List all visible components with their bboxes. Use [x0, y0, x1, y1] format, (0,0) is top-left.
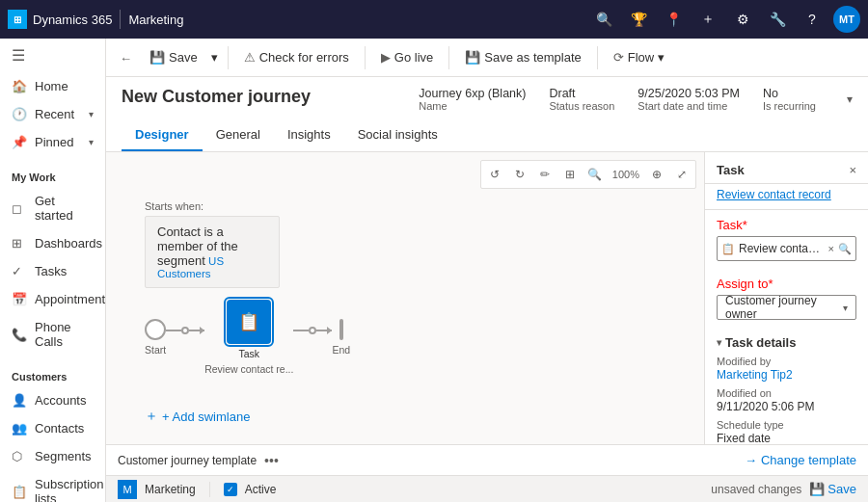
status-unsaved-label: unsaved changes — [711, 483, 801, 496]
filter-icon[interactable]: ⚙ — [729, 6, 756, 33]
task-flow-node: 📋 Task Review contact re... — [204, 300, 293, 375]
fit-button[interactable]: ⊞ — [558, 163, 582, 186]
help-icon[interactable]: ? — [799, 6, 826, 33]
sidebar-tasks-label: Tasks — [35, 264, 67, 278]
line-1 — [166, 330, 181, 331]
change-template-button[interactable]: → Change template — [745, 453, 856, 467]
meta-expand-icon[interactable]: ▾ — [847, 92, 853, 106]
go-live-button[interactable]: ▶ Go live — [373, 44, 441, 71]
segment-box: Contact is a member of the segment US Cu… — [145, 216, 280, 288]
plus-icon[interactable]: ＋ — [694, 6, 721, 33]
assign-label-text: Assign to* — [717, 277, 773, 291]
go-live-label: Go live — [394, 50, 433, 65]
tab-general[interactable]: General — [203, 119, 274, 151]
toolbar: ← 💾 Save ▾ ⚠ Check for errors ▶ Go live … — [106, 39, 868, 77]
sidebar-item-tasks[interactable]: ✓ Tasks — [0, 257, 105, 285]
meta-date: 9/25/2020 5:03 PM Start date and time — [637, 87, 740, 112]
journey-flow: Starts when: Contact is a member of the … — [145, 200, 350, 375]
edit-tool-button[interactable]: ✏ — [533, 163, 556, 186]
schedule-type-value: Fixed date — [717, 432, 856, 444]
close-icon: × — [849, 163, 856, 177]
sidebar-item-appointments[interactable]: 📅 Appointments — [0, 285, 105, 313]
starts-when-label: Starts when: — [145, 200, 350, 212]
modified-by-label: Modified by — [717, 356, 856, 367]
user-avatar[interactable]: MT — [833, 6, 860, 33]
bottom-bar: Customer journey template ••• → Change t… — [106, 444, 868, 475]
sidebar-item-dashboards[interactable]: ⊞ Dashboards — [0, 229, 105, 257]
segment-text: Contact is a member of the segment — [157, 225, 238, 268]
meta-recurring: No Is recurring — [763, 87, 816, 112]
search-icon[interactable]: 🔍 — [590, 6, 617, 33]
location-icon[interactable]: 📍 — [660, 6, 687, 33]
sidebar-item-get-started[interactable]: ◻ Get started — [0, 187, 105, 229]
settings-icon[interactable]: 🔧 — [764, 6, 791, 33]
panel-close-button[interactable]: × — [849, 162, 856, 177]
flow-nodes: Start 📋 — [145, 300, 350, 375]
task-details-header[interactable]: ▾ Task details — [717, 335, 856, 350]
fullscreen-button[interactable]: ⤢ — [670, 163, 693, 186]
tab-social-insights-label: Social insights — [358, 127, 438, 142]
zoom-level[interactable]: 100% — [609, 163, 643, 186]
go-live-icon: ▶ — [381, 50, 391, 65]
trophy-icon[interactable]: 🏆 — [625, 6, 652, 33]
tasks-icon: ✓ — [12, 264, 27, 278]
my-work-header: My Work — [0, 164, 105, 187]
status-save-button[interactable]: 💾 Save — [809, 482, 856, 496]
save-template-button[interactable]: 💾 Save as template — [457, 44, 588, 71]
check-errors-button[interactable]: ⚠ Check for errors — [236, 44, 357, 71]
sidebar-item-pinned[interactable]: 📌 Pinned ▾ — [0, 128, 105, 156]
assign-select-chevron: ▾ — [843, 303, 848, 313]
panel-assign-select[interactable]: Customer journey owner ▾ — [717, 295, 856, 320]
flow-button[interactable]: ⟳ Flow ▾ — [606, 44, 672, 71]
template-dots[interactable]: ••• — [264, 453, 279, 468]
toolbar-divider-3 — [448, 46, 449, 69]
sidebar-item-contacts[interactable]: 👥 Contacts — [0, 414, 105, 442]
sidebar-item-accounts[interactable]: 👤 Accounts — [0, 386, 105, 414]
panel-review-link[interactable]: Review contact record — [705, 184, 868, 210]
add-swimlane-button[interactable]: ＋ + Add swimlane — [145, 408, 250, 425]
main-layout: ☰ 🏠 Home 🕐 Recent ▾ 📌 Pinned ▾ My Work ◻… — [0, 39, 868, 502]
status-app-label: Marketing — [145, 483, 196, 496]
status-app-icon: M — [122, 484, 131, 495]
tab-designer[interactable]: Designer — [122, 119, 203, 151]
sidebar-item-subscription-lists[interactable]: 📋 Subscription lists — [0, 470, 105, 502]
status-divider — [209, 482, 210, 497]
sidebar-item-home[interactable]: 🏠 Home — [0, 72, 105, 100]
dashboards-icon: ⊞ — [12, 236, 27, 251]
topbar-divider — [120, 10, 121, 29]
flow-icon: ⟳ — [613, 50, 624, 65]
sidebar-item-phone-calls[interactable]: 📞 Phone Calls — [0, 313, 105, 356]
sidebar-toggle[interactable]: ☰ — [0, 39, 105, 72]
get-started-icon: ◻ — [12, 201, 27, 216]
undo-button[interactable]: ↺ — [483, 163, 506, 186]
tab-insights[interactable]: Insights — [274, 119, 344, 151]
change-template-icon: → — [745, 453, 757, 467]
modified-on-value: 9/11/2020 5:06 PM — [717, 400, 856, 413]
save-dropdown-button[interactable]: ▾ — [209, 44, 220, 71]
sidebar-item-recent[interactable]: 🕐 Recent ▾ — [0, 100, 105, 128]
zoom-out-button[interactable]: 🔍 — [583, 163, 607, 186]
task-node[interactable]: 📋 — [227, 300, 271, 344]
meta-status-label: Status reason — [549, 100, 614, 112]
zoom-in-button[interactable]: ⊕ — [645, 163, 668, 186]
content-area: ← 💾 Save ▾ ⚠ Check for errors ▶ Go live … — [106, 39, 868, 502]
subscription-icon: 📋 — [12, 485, 27, 499]
arrow-2 — [316, 330, 332, 331]
panel-header: Task × — [705, 152, 868, 184]
app-name-marketing: Marketing — [128, 13, 183, 27]
app-logo: ⊞ Dynamics 365 — [8, 10, 112, 29]
task-search-icon[interactable]: 🔍 — [838, 243, 852, 255]
modified-by-value[interactable]: Marketing Tip2 — [717, 368, 856, 382]
meta-name: Journey 6xp (Blank) Name — [419, 87, 526, 112]
redo-button[interactable]: ↻ — [508, 163, 531, 186]
back-button[interactable]: ← — [114, 46, 138, 69]
save-button[interactable]: 💾 Save — [142, 44, 205, 71]
task-clear-icon[interactable]: × — [828, 243, 834, 254]
customers-header: Customers — [0, 363, 105, 386]
assign-select-text: Customer journey owner — [725, 294, 843, 321]
tab-social-insights[interactable]: Social insights — [344, 119, 451, 151]
status-active-icon: ✓ — [227, 485, 234, 494]
sidebar-subscription-label: Subscription lists — [35, 477, 104, 502]
panel-task-input[interactable]: 📋 Review contact record × 🔍 — [717, 236, 856, 261]
sidebar-item-segments[interactable]: ⬡ Segments — [0, 442, 105, 470]
